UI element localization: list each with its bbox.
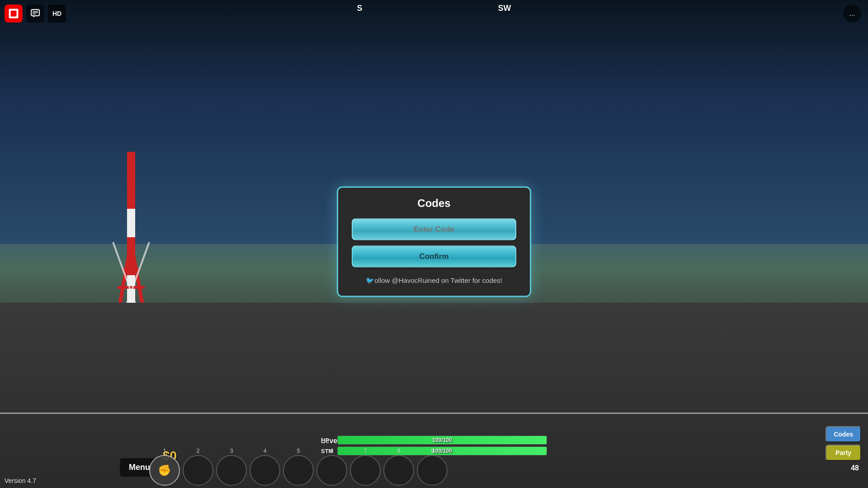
hotbar-slot-3[interactable] — [216, 455, 247, 486]
hotbar-slot-9-wrapper: 9 — [417, 448, 448, 486]
hotbar-slot-7[interactable] — [350, 455, 381, 486]
hotbar-slot-2[interactable] — [183, 455, 213, 486]
hotbar-slot-9[interactable] — [417, 455, 448, 486]
hotbar: 1 ✊ 2 3 4 5 6 7 8 9 — [149, 448, 448, 486]
hp-bar-track: 100/100 — [337, 436, 547, 445]
slot-7-number: 7 — [364, 448, 367, 454]
hp-bar-text: 100/100 — [338, 436, 547, 444]
chat-icon[interactable] — [26, 5, 44, 23]
version-text: Version 4.7 — [5, 477, 36, 484]
hud-compass: S SW — [357, 4, 511, 13]
dialog-title: Codes — [352, 197, 516, 210]
slot-6-number: 6 — [330, 448, 334, 454]
svg-rect-10 — [11, 11, 17, 17]
fps-display: 48 — [851, 464, 859, 472]
code-input[interactable] — [352, 219, 516, 240]
svg-marker-15 — [33, 16, 35, 18]
hp-label: HP — [321, 437, 335, 444]
hotbar-slot-1[interactable]: ✊ — [149, 455, 180, 486]
twitter-bird-icon: 🐦 — [366, 277, 374, 284]
hotbar-slot-6-wrapper: 6 — [316, 448, 347, 486]
compass-southwest: SW — [498, 4, 511, 13]
hotbar-slot-4-wrapper: 4 — [250, 448, 280, 486]
hd-badge: HD — [48, 5, 66, 23]
road-line — [0, 413, 868, 414]
slot-2-number: 2 — [197, 448, 200, 454]
more-options-button[interactable]: ... — [843, 5, 861, 23]
hotbar-slot-2-wrapper: 2 — [183, 448, 213, 486]
hotbar-slot-4[interactable] — [250, 455, 280, 486]
slot-5-number: 5 — [297, 448, 300, 454]
hotbar-slot-7-wrapper: 7 — [350, 448, 381, 486]
confirm-button[interactable]: Confirm — [352, 246, 516, 267]
slot-8-number: 8 — [397, 448, 401, 454]
hotbar-slot-5-wrapper: 5 — [283, 448, 314, 486]
party-button[interactable]: Party — [826, 445, 861, 461]
fist-icon: ✊ — [158, 464, 171, 477]
hotbar-slot-3-wrapper: 3 — [216, 448, 247, 486]
compass-south: S — [357, 4, 362, 13]
slot-3-number: 3 — [230, 448, 233, 454]
hotbar-slot-8[interactable] — [383, 455, 414, 486]
twitter-follow-text: 🐦ollow @HavocRuined on Twitter for codes… — [352, 277, 516, 285]
codes-dialog: Codes Confirm 🐦ollow @HavocRuined on Twi… — [337, 187, 531, 297]
hp-bar-row: HP 100/100 — [321, 436, 547, 445]
slot-9-number: 9 — [431, 448, 434, 454]
hotbar-slot-1-wrapper: 1 ✊ — [149, 448, 180, 486]
roblox-logo — [5, 5, 23, 23]
slot-4-number: 4 — [264, 448, 267, 454]
codes-panel-button[interactable]: Codes — [826, 426, 861, 442]
slot-1-number: 1 — [163, 448, 166, 454]
hotbar-slot-6[interactable] — [316, 455, 347, 486]
hud-top-left: HD — [5, 5, 66, 23]
hotbar-slot-8-wrapper: 8 — [383, 448, 414, 486]
hotbar-slot-5[interactable] — [283, 455, 314, 486]
right-buttons: Codes Party — [826, 426, 861, 461]
